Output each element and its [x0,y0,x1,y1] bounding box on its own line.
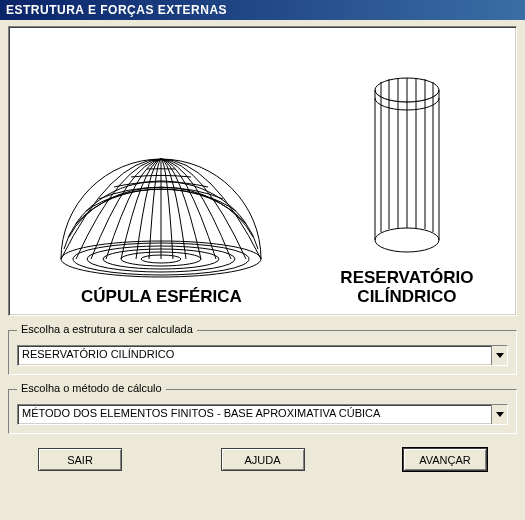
method-groupbox: Escolha o método de cálculo MÉTODO DOS E… [8,389,517,434]
chevron-down-icon[interactable] [491,405,507,424]
structure-select-value: RESERVATÓRIO CILÍNDRICO [18,346,491,365]
dialog-content: CÚPULA ESFÉRICA [0,20,525,485]
help-button[interactable]: AJUDA [221,448,305,471]
next-button[interactable]: AVANÇAR [403,448,487,471]
method-legend: Escolha o método de cálculo [17,382,166,394]
dome-label: CÚPULA ESFÉRICA [81,287,242,307]
dome-column: CÚPULA ESFÉRICA [51,119,271,307]
structure-select[interactable]: RESERVATÓRIO CILÍNDRICO [17,345,508,366]
cylinder-column: RESERVATÓRIO CILÍNDRICO [340,70,473,307]
structure-groupbox: Escolha a estrutura a ser calculada RESE… [8,330,517,375]
dome-icon [51,119,271,281]
illustration-panel: CÚPULA ESFÉRICA [8,26,517,316]
window-title: ESTRUTURA E FORÇAS EXTERNAS [6,3,227,17]
title-bar: ESTRUTURA E FORÇAS EXTERNAS [0,0,525,20]
button-bar: SAIR AJUDA AVANÇAR [8,434,517,475]
cylinder-label: RESERVATÓRIO CILÍNDRICO [340,268,473,307]
cylinder-icon [357,70,457,262]
method-select-value: MÉTODO DOS ELEMENTOS FINITOS - BASE APRO… [18,405,491,424]
structure-legend: Escolha a estrutura a ser calculada [17,323,197,335]
method-select[interactable]: MÉTODO DOS ELEMENTOS FINITOS - BASE APRO… [17,404,508,425]
svg-point-7 [375,228,439,252]
exit-button[interactable]: SAIR [38,448,122,471]
chevron-down-icon[interactable] [491,346,507,365]
